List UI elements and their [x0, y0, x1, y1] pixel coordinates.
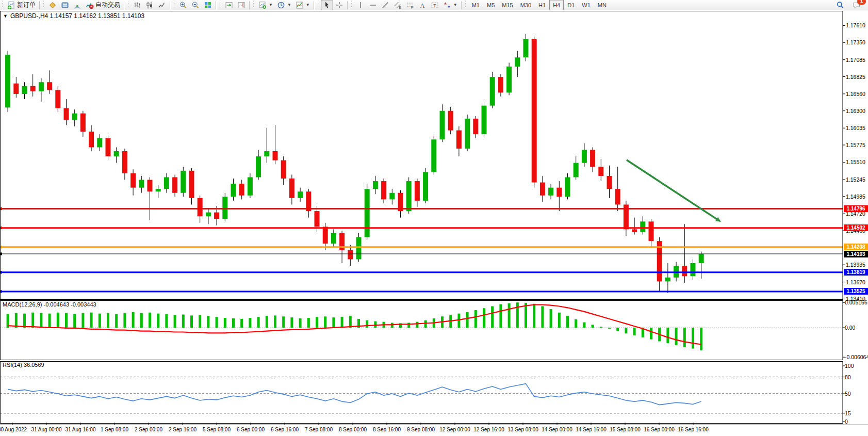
toolbar-grip[interactable]	[317, 1, 319, 9]
svg-text:A: A	[420, 2, 424, 9]
down-trend-arrow[interactable]	[627, 160, 717, 220]
candle-body-up	[206, 213, 211, 217]
metaeditor-icon	[48, 1, 57, 9]
candle-chart-button[interactable]	[143, 0, 156, 10]
macd-histogram-bar	[23, 314, 26, 328]
toolbar-group-timeframes: M1M5M15M30H1H4D1W1MN	[468, 0, 611, 10]
candle-body-down	[615, 189, 620, 204]
macd-histogram-bar	[566, 316, 569, 328]
signals-icon	[73, 1, 81, 9]
bar-chart-button[interactable]	[131, 0, 143, 10]
auto-scroll-button[interactable]	[223, 0, 235, 10]
candle-body-up	[699, 254, 704, 263]
macd-histogram-bar	[499, 304, 502, 328]
timeframe-m5-button[interactable]: M5	[483, 0, 498, 10]
toolbar-grip[interactable]	[1, 1, 4, 9]
zoom-in-button[interactable]	[177, 0, 189, 10]
timeframe-w1-button[interactable]: W1	[578, 0, 594, 10]
tile-windows-button[interactable]	[202, 0, 214, 10]
toolbar-grip[interactable]	[252, 1, 255, 9]
metaeditor-button[interactable]	[46, 0, 59, 10]
profiles-button-caret-icon[interactable]: ▼	[287, 3, 291, 7]
macd-histogram-bar	[149, 313, 151, 328]
candle-body-up	[181, 171, 186, 193]
toolbar-group-zoom	[176, 0, 215, 10]
candle-body-up	[423, 172, 428, 201]
profiles-button[interactable]: ▼	[275, 0, 293, 10]
toolbar-group-drawing: EFAT▼	[354, 0, 460, 10]
text-button[interactable]: A	[416, 0, 429, 10]
fibonacci-button[interactable]: F	[404, 0, 416, 10]
arrows-icon	[443, 1, 451, 9]
cursor-button[interactable]	[321, 0, 333, 10]
macd-histogram-bar	[374, 321, 376, 328]
candle-body-up	[574, 163, 579, 177]
hline-icon	[369, 1, 377, 9]
toolbar-grip[interactable]	[464, 1, 467, 9]
arrows-button[interactable]: ▼	[441, 0, 460, 10]
candle-body-down	[498, 77, 503, 92]
macd-histogram-bar	[525, 303, 527, 328]
macd-histogram-bar	[633, 328, 636, 335]
hline-button[interactable]	[367, 0, 379, 10]
macd-histogram-bar	[115, 314, 118, 328]
timeframe-h1-button[interactable]: H1	[535, 0, 549, 10]
signals-button[interactable]	[71, 0, 84, 10]
timeframe-d1-button[interactable]: D1	[564, 0, 578, 10]
macd-histogram-bar	[165, 314, 168, 328]
profiles-icon	[277, 1, 285, 9]
indicators-button[interactable]: ▼	[293, 0, 312, 10]
trendline-button[interactable]	[379, 0, 391, 10]
macd-histogram-bar	[216, 317, 218, 328]
timeframe-h4-button[interactable]: H4	[549, 0, 564, 10]
fibonacci-icon: F	[406, 1, 414, 9]
zoom-out-button[interactable]	[189, 0, 202, 10]
timeframe-m30-button[interactable]: M30	[517, 0, 535, 10]
macd-histogram-bar	[199, 315, 201, 328]
macd-histogram-bar	[407, 323, 410, 328]
toolbar-right: 1	[834, 0, 863, 10]
new-chart-button[interactable]: ▼	[256, 0, 275, 10]
label-button[interactable]: T	[429, 0, 441, 10]
channel-button[interactable]: E	[391, 0, 404, 10]
new-order-button[interactable]: 新订单	[5, 0, 38, 10]
macd-histogram-bar	[583, 322, 585, 328]
macd-histogram-bar	[274, 315, 276, 328]
macd-histogram-bar	[491, 306, 494, 328]
arrows-button-caret-icon[interactable]: ▼	[453, 3, 457, 7]
autotrading-button[interactable]: 自动交易	[84, 0, 122, 10]
macd-histogram-bar	[666, 328, 669, 343]
search-icon	[836, 1, 844, 9]
candle-body-down	[189, 171, 194, 198]
toolbar-grip[interactable]	[350, 1, 353, 9]
candle-body-down	[381, 181, 386, 199]
candle-body-up	[431, 139, 436, 172]
macd-histogram-bar	[675, 328, 678, 345]
line-chart-button[interactable]	[156, 0, 168, 10]
crosshair-button[interactable]	[333, 0, 346, 10]
macd-histogram-bar	[81, 313, 84, 328]
toolbar-grip[interactable]	[219, 1, 221, 9]
new-chart-button-caret-icon[interactable]: ▼	[269, 3, 273, 7]
label-icon: T	[431, 1, 439, 9]
timeframe-mn-button[interactable]: MN	[594, 0, 610, 10]
chart-canvas[interactable]	[0, 0, 868, 436]
notifications-button[interactable]: 1	[850, 0, 863, 10]
macd-histogram-bar	[249, 318, 251, 328]
toolbar-separator	[314, 1, 315, 9]
toolbar-grip[interactable]	[173, 1, 175, 9]
candle-body-down	[649, 221, 654, 241]
timeframe-m1-button[interactable]: M1	[468, 0, 483, 10]
market-button[interactable]	[59, 0, 71, 10]
new-chart-icon	[258, 1, 267, 9]
toolbar-grip[interactable]	[127, 1, 129, 9]
candle-body-up	[231, 184, 236, 197]
chart-shift-button[interactable]	[235, 0, 248, 10]
toolbar-grip[interactable]	[42, 1, 45, 9]
candle-body-up	[548, 188, 553, 196]
candle-body-up	[114, 151, 119, 156]
indicators-button-caret-icon[interactable]: ▼	[306, 3, 310, 7]
timeframe-m15-button[interactable]: M15	[498, 0, 516, 10]
search-button[interactable]	[834, 0, 846, 10]
vline-button[interactable]	[354, 0, 367, 10]
